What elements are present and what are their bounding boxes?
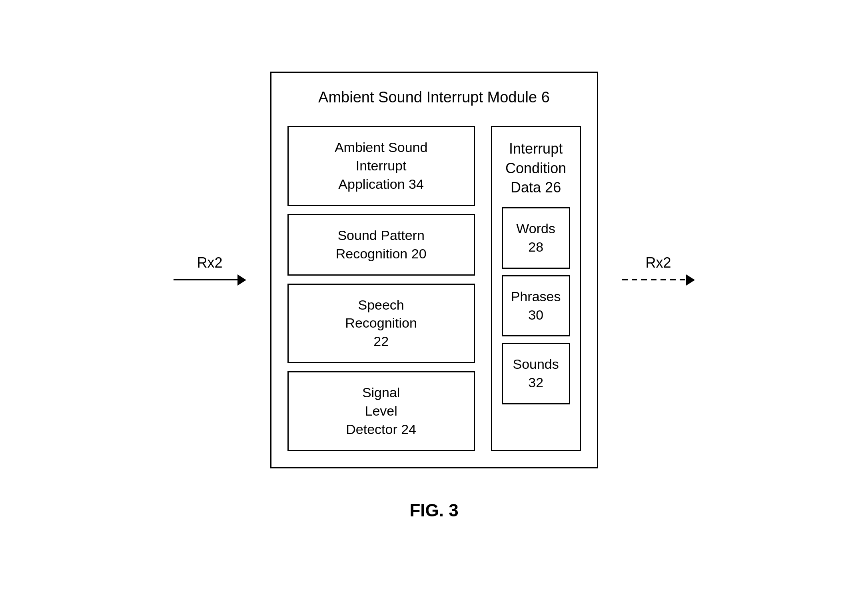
box-sld: SignalLevelDetector 24: [287, 371, 475, 451]
box-asie: Ambient SoundInterruptApplication 34: [287, 126, 475, 206]
box-phrases: Phrases30: [502, 275, 570, 337]
module-inner-layout: Ambient SoundInterruptApplication 34 Sou…: [287, 126, 581, 451]
left-arrow-container: Rx2: [174, 254, 246, 286]
main-module-box: Ambient Sound Interrupt Module 6 Ambient…: [270, 72, 598, 468]
figure-label: FIG. 3: [409, 500, 458, 520]
main-module-title: Ambient Sound Interrupt Module 6: [287, 89, 581, 106]
right-outer-box: InterruptConditionData 26 Words28 Phrase…: [491, 126, 581, 451]
right-outer-title: InterruptConditionData 26: [502, 139, 570, 198]
right-dashed-arrow: [622, 274, 695, 286]
right-arrowhead: [686, 274, 695, 286]
left-arrow-label: Rx2: [197, 254, 222, 271]
right-inner-boxes: Words28 Phrases30 Sounds32: [502, 207, 570, 404]
left-solid-arrow: [174, 274, 246, 286]
left-arrowhead: [237, 274, 246, 286]
left-column: Ambient SoundInterruptApplication 34 Sou…: [287, 126, 475, 451]
box-sounds: Sounds32: [502, 343, 570, 404]
box-words: Words28: [502, 207, 570, 269]
main-module-row: Rx2 Ambient Sound Interrupt Module 6 Amb…: [174, 72, 695, 468]
box-spr: Sound PatternRecognition 20: [287, 214, 475, 276]
right-arrow-label: Rx2: [645, 254, 671, 271]
diagram-area: Rx2 Ambient Sound Interrupt Module 6 Amb…: [174, 72, 695, 520]
page-container: Rx2 Ambient Sound Interrupt Module 6 Amb…: [0, 0, 868, 616]
right-arrow-line: [622, 279, 686, 280]
box-sr: SpeechRecognition22: [287, 284, 475, 364]
right-arrow-container: Rx2: [622, 254, 695, 286]
left-arrow-line: [174, 279, 237, 280]
